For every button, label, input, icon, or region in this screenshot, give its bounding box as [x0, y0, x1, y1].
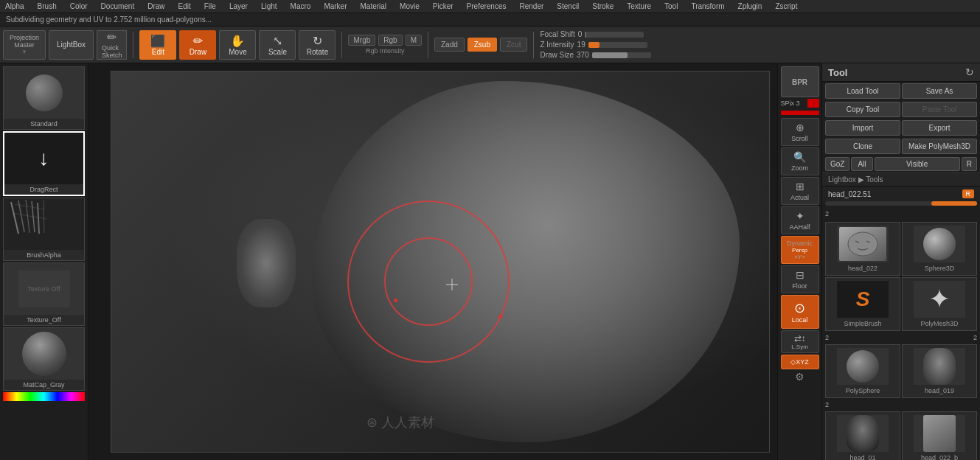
paste-tool-button[interactable]: Paste Tool [902, 102, 977, 117]
local-icon: ⊙ [794, 300, 805, 316]
gear-icon: ⚙ [795, 371, 804, 383]
svg-line-0 [11, 202, 18, 234]
persp-button[interactable]: Dynamic Persp ×Y× [781, 236, 819, 264]
menu-draw[interactable]: Draw [145, 2, 167, 10]
menu-layer[interactable]: Layer [227, 2, 250, 10]
move-button[interactable]: ✋ Move [219, 30, 256, 60]
head-slider[interactable] [825, 201, 977, 206]
import-button[interactable]: Import [825, 120, 900, 136]
focal-row: Focal Shift 0 [540, 30, 650, 38]
mrgb-section: Mrgb Rgb M Rgb Intensity [348, 35, 422, 55]
zsub-button[interactable]: Zsub [468, 38, 497, 52]
edit-button[interactable]: ⬛ Edit [139, 30, 176, 60]
menu-macro[interactable]: Macro [288, 2, 313, 10]
draw-size-slider[interactable] [592, 52, 651, 58]
refresh-icon[interactable]: ↻ [965, 66, 974, 78]
r-button[interactable]: R [962, 157, 977, 171]
tool-item-head01[interactable]: head_01 [825, 411, 900, 460]
tool-thumb-polysphere [837, 348, 889, 385]
bpr-button[interactable]: BPR [781, 66, 819, 97]
head-slider-fill [931, 201, 977, 206]
save-as-button[interactable]: Save As [902, 83, 977, 99]
quick-sketch-button[interactable]: ✏ QuickSketch [97, 30, 128, 60]
menu-stroke[interactable]: Stroke [590, 2, 616, 10]
menu-render[interactable]: Render [518, 2, 546, 10]
actual-icon: ⊞ [783, 181, 817, 192]
menu-preferences[interactable]: Preferences [465, 2, 509, 10]
m-button[interactable]: M [406, 35, 422, 46]
color-gradient-bar[interactable] [3, 392, 85, 401]
load-tool-button[interactable]: Load Tool [825, 83, 900, 99]
head-background: ⊛ 人人素材 [111, 72, 769, 452]
brush-alpha[interactable]: BrushAlpha [3, 198, 85, 261]
bottom-icon[interactable]: ⚙ [781, 371, 819, 383]
lightbox-tools-header[interactable]: Lightbox ▶ Tools [822, 172, 980, 187]
zadd-button[interactable]: Zadd [434, 38, 465, 52]
menu-color[interactable]: Color [68, 2, 90, 10]
xyz-button[interactable]: ◇XYZ [781, 355, 819, 369]
draw-button[interactable]: ✏ Draw [179, 30, 216, 60]
visible-button[interactable]: Visible [875, 157, 960, 171]
menu-light[interactable]: Light [259, 2, 279, 10]
lsym-button[interactable]: ⇄↕ L.Sym [781, 330, 819, 353]
z-intensity-slider[interactable] [588, 42, 647, 48]
focal-shift-slider[interactable] [585, 32, 644, 38]
menu-marker[interactable]: Marker [322, 2, 349, 10]
scale-button[interactable]: ⤡ Scale [259, 30, 296, 60]
menu-alpha[interactable]: Alpha [3, 2, 27, 10]
tool-item-sphere3d[interactable]: Sphere3D [902, 222, 977, 276]
menu-file[interactable]: File [202, 2, 218, 10]
local-button[interactable]: ⊙ Local [781, 295, 819, 329]
menu-document[interactable]: Document [99, 2, 137, 10]
menu-zscript[interactable]: Zscript [773, 2, 799, 10]
clone-button[interactable]: Clone [825, 139, 900, 154]
rgb-button[interactable]: Rgb [378, 35, 402, 46]
tool-item-head022b[interactable]: head_022_b [902, 411, 977, 460]
all-button[interactable]: All [851, 157, 872, 171]
rotate-button[interactable]: ↻ Rotate [299, 30, 336, 60]
draw-size-value: 370 [577, 51, 589, 59]
menu-texture[interactable]: Texture [625, 2, 653, 10]
make-polymesh3d-button[interactable]: Make PolyMesh3D [902, 139, 977, 154]
menu-tool[interactable]: Tool [662, 2, 680, 10]
projection-master-button[interactable]: Projection Master ▼ [3, 30, 46, 60]
spix-row: SPix 3 [781, 99, 819, 108]
quick-sketch-label: QuickSketch [102, 44, 122, 59]
goz-button[interactable]: GoZ [825, 157, 849, 171]
menu-zplugin[interactable]: Zplugin [736, 2, 765, 10]
dragrect-preview: ↓ [4, 133, 83, 184]
zoom-button[interactable]: 🔍 Zoom [781, 147, 819, 175]
copy-tool-button[interactable]: Copy Tool [825, 102, 900, 117]
lightbox-button[interactable]: LightBox [49, 30, 94, 60]
tool-item-head019[interactable]: head_019 [902, 344, 977, 398]
z-intensity-label: Z Intensity [540, 41, 574, 49]
num-label-2: 2 [822, 209, 980, 219]
tool-item-simplebrush[interactable]: S SimpleBrush [825, 277, 900, 331]
export-button[interactable]: Export [902, 120, 977, 136]
status-bar: Subdividing geometry and UV to 2.752 mil… [0, 13, 980, 27]
tool-item-head022-sketch[interactable]: head_022 [825, 222, 900, 276]
menu-movie[interactable]: Movie [397, 2, 422, 10]
zcut-button[interactable]: Zcut [500, 38, 527, 52]
brush-dragrect[interactable]: ↓ DragRect [3, 131, 85, 196]
brush-standard[interactable]: Standard [3, 66, 85, 130]
head-name-label: head_022.51 [828, 190, 871, 198]
canvas-area[interactable]: ⊛ 人人素材 [88, 63, 777, 460]
menu-transform[interactable]: Transform [689, 2, 726, 10]
floor-button[interactable]: ⊟ Floor [781, 265, 819, 293]
menu-stencil[interactable]: Stencil [555, 2, 581, 10]
viewport[interactable]: ⊛ 人人素材 [111, 71, 770, 453]
scroll-button[interactable]: ⊕ Scroll [781, 118, 819, 146]
menu-picker[interactable]: Picker [431, 2, 456, 10]
menu-edit[interactable]: Edit [176, 2, 193, 10]
mrgb-button[interactable]: Mrgb [348, 35, 375, 46]
matcap-gray[interactable]: MatCap_Gray [3, 327, 85, 391]
menu-brush[interactable]: Brush [35, 2, 59, 10]
tool-item-polymesh3d[interactable]: ✦ PolyMesh3D [902, 277, 977, 331]
aahalf-button[interactable]: ✦ AAHalf [781, 206, 819, 234]
texture-off[interactable]: Texture Off Texture_Off [3, 262, 85, 326]
head-r-button[interactable]: R [962, 189, 975, 198]
tool-item-polysphere[interactable]: PolySphere [825, 344, 900, 398]
menu-material[interactable]: Material [358, 2, 389, 10]
actual-button[interactable]: ⊞ Actual [781, 177, 819, 205]
